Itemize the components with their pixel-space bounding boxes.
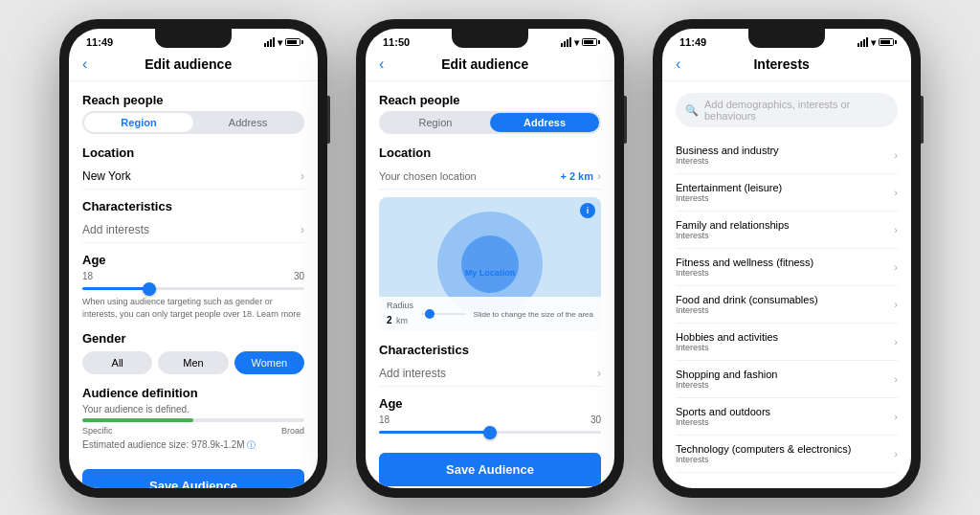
age-min-2: 18 xyxy=(379,414,390,425)
location-row-map-2[interactable]: Your chosen location + 2 km › xyxy=(379,164,601,190)
search-bar-3[interactable]: 🔍 Add demographics, interests or behavio… xyxy=(676,93,898,127)
gender-section-1: Gender All Men Women xyxy=(82,331,304,374)
battery-icon-1 xyxy=(285,38,301,46)
status-bar-3: 11:49 ▾ xyxy=(662,29,911,52)
gender-buttons-1: All Men Women xyxy=(82,351,304,374)
age-slider-thumb-2[interactable] xyxy=(483,426,497,439)
interest-item-2[interactable]: Family and relationships Interests › xyxy=(676,212,898,249)
time-3: 11:49 xyxy=(679,36,706,48)
location-value-1: New York xyxy=(82,169,131,183)
radius-label-2: Radius xyxy=(387,301,413,310)
interest-chevron-8: › xyxy=(894,448,898,459)
interest-text-7: Sports and outdoors Interests xyxy=(676,406,770,427)
phone-2: 11:50 ▾ ‹ Edit audience R xyxy=(356,19,624,498)
tab-region-2[interactable]: Region xyxy=(381,113,490,132)
interest-chevron-3: › xyxy=(894,261,898,273)
characteristics-label-2: Characteristics xyxy=(379,343,601,357)
location-chevron-2: › xyxy=(597,169,601,183)
screen-content-3: 🔍 Add demographics, interests or behavio… xyxy=(662,81,911,488)
gender-men-1[interactable]: Men xyxy=(158,351,228,374)
save-button-2[interactable]: Save Audience xyxy=(379,453,601,486)
screen-content-2: Reach people Region Address Location You… xyxy=(366,81,614,488)
reach-people-label-2: Reach people xyxy=(379,93,601,107)
age-slider-2[interactable] xyxy=(379,431,601,434)
map-info-btn-2[interactable]: i xyxy=(580,203,595,218)
battery-icon-2 xyxy=(582,38,597,46)
interest-chevron-2: › xyxy=(894,224,898,235)
age-label-1: Age xyxy=(82,253,304,267)
add-interests-row-2[interactable]: Add interests › xyxy=(379,361,601,387)
age-max-2: 30 xyxy=(590,414,601,425)
location-chosen-2: Your chosen location xyxy=(379,170,477,182)
interest-text-2: Family and relationships Interests xyxy=(676,219,790,240)
location-km-2: + 2 km xyxy=(560,170,593,182)
screen-content-1: Reach people Region Address Location New… xyxy=(69,81,318,488)
location-row-1[interactable]: New York › xyxy=(82,164,304,190)
interests-list-3: Business and industry Interests › Entert… xyxy=(676,137,898,473)
nav-title-2: Edit audience xyxy=(391,56,578,72)
interest-chevron-4: › xyxy=(894,299,898,310)
status-icons-2: ▾ xyxy=(561,37,597,48)
age-labels-2: 18 30 xyxy=(379,414,601,425)
age-note-1: When using audience targeting such as ge… xyxy=(82,296,304,320)
nav-header-2: ‹ Edit audience xyxy=(366,52,614,81)
interest-text-0: Business and industry Interests xyxy=(676,145,779,166)
wifi-icon-3: ▾ xyxy=(871,37,876,48)
gender-women-1[interactable]: Women xyxy=(234,351,304,374)
interest-item-1[interactable]: Entertainment (leisure) Interests › xyxy=(676,174,898,212)
age-section-2: Age 18 30 xyxy=(379,396,601,434)
audience-def-1: Audience definition Your audience is def… xyxy=(82,386,304,452)
map-container-2[interactable]: My Location i Radius 2 km xyxy=(379,197,601,331)
add-interests-row-1[interactable]: Add interests › xyxy=(82,217,304,243)
info-icon-1: ⓘ xyxy=(247,440,256,450)
radius-slider-2[interactable] xyxy=(421,313,466,315)
add-interests-chevron-1: › xyxy=(301,223,304,236)
interest-text-3: Fitness and wellness (fitness) Interests xyxy=(676,257,813,278)
audience-bar-container-1 xyxy=(82,418,304,422)
status-bar-2: 11:50 ▾ xyxy=(366,29,614,52)
age-slider-thumb-1[interactable] xyxy=(143,282,156,296)
interest-text-8: Technology (computers & electronics) Int… xyxy=(676,443,851,464)
map-radius-bar-2: Radius 2 km Slide to change the size of … xyxy=(379,297,601,331)
screens-container: 11:49 ▾ ‹ Edit audience R xyxy=(59,19,921,498)
interest-item-8[interactable]: Technology (computers & electronics) Int… xyxy=(676,436,898,473)
location-label-1: Location xyxy=(82,146,304,160)
time-2: 11:50 xyxy=(383,36,410,48)
signal-icon-1 xyxy=(264,37,275,47)
interest-chevron-7: › xyxy=(894,411,898,422)
age-labels-1: 18 30 xyxy=(82,271,304,281)
back-button-1[interactable]: ‹ xyxy=(82,56,87,73)
screen-1: 11:49 ▾ ‹ Edit audience R xyxy=(69,29,318,488)
age-slider-1[interactable] xyxy=(82,287,304,290)
interest-item-5[interactable]: Hobbies and activities Interests › xyxy=(676,324,898,361)
interest-chevron-1: › xyxy=(894,187,898,198)
audience-scale-1: Specific Broad xyxy=(82,426,304,436)
interest-chevron-5: › xyxy=(894,336,898,347)
map-label-2: My Location xyxy=(465,268,516,278)
interest-item-0[interactable]: Business and industry Interests › xyxy=(676,137,898,174)
nav-header-3: ‹ Interests xyxy=(662,52,911,81)
radius-unit-2: km xyxy=(396,316,408,325)
interest-item-7[interactable]: Sports and outdoors Interests › xyxy=(676,398,898,436)
wifi-icon-2: ▾ xyxy=(574,37,579,48)
interest-text-4: Food and drink (consumables) Interests xyxy=(676,294,818,315)
interest-item-4[interactable]: Food and drink (consumables) Interests › xyxy=(676,286,898,324)
tab-address-1[interactable]: Address xyxy=(193,113,302,132)
characteristics-label-1: Characteristics xyxy=(82,199,304,213)
interest-item-3[interactable]: Fitness and wellness (fitness) Interests… xyxy=(676,249,898,286)
age-slider-fill-2 xyxy=(379,431,490,434)
wifi-icon-1: ▾ xyxy=(278,37,282,48)
interest-item-6[interactable]: Shopping and fashion Interests › xyxy=(676,361,898,398)
interest-text-5: Hobbies and activities Interests xyxy=(676,331,778,352)
radius-slide-text-2: Slide to change the size of the area xyxy=(474,310,593,319)
tab-address-2[interactable]: Address xyxy=(490,113,599,132)
gender-all-1[interactable]: All xyxy=(82,351,152,374)
back-button-3[interactable]: ‹ xyxy=(676,56,680,73)
nav-header-1: ‹ Edit audience xyxy=(69,52,318,81)
interest-text-6: Shopping and fashion Interests xyxy=(676,369,777,390)
save-button-1[interactable]: Save Audience xyxy=(82,469,304,488)
back-button-2[interactable]: ‹ xyxy=(379,56,384,73)
tab-region-1[interactable]: Region xyxy=(84,113,193,132)
add-interests-text-1: Add interests xyxy=(82,223,149,236)
signal-icon-2 xyxy=(561,37,571,47)
